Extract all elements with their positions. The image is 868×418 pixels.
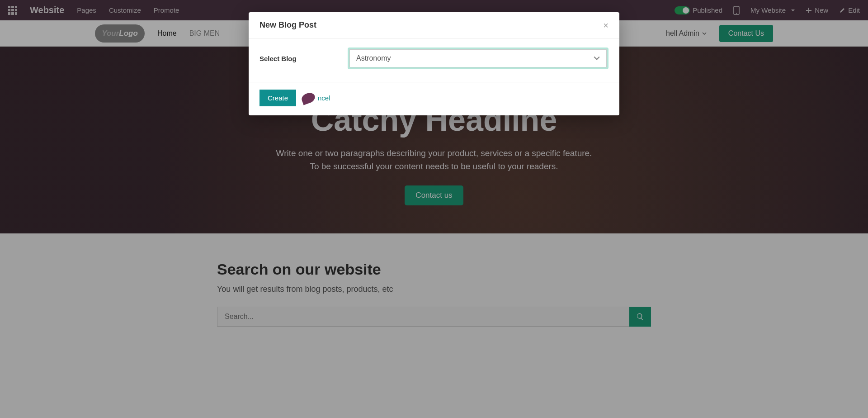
select-blog-label: Select Blog bbox=[259, 55, 348, 62]
cursor-icon bbox=[300, 91, 316, 105]
modal-title: New Blog Post bbox=[259, 20, 316, 30]
chevron-down-icon bbox=[594, 55, 600, 62]
create-button[interactable]: Create bbox=[259, 90, 296, 106]
select-blog-value: Astronomy bbox=[356, 54, 391, 62]
new-blog-post-modal: New Blog Post × Select Blog Astronomy Cr… bbox=[249, 12, 619, 115]
cancel-button[interactable]: ncel bbox=[318, 94, 330, 102]
modal-close-button[interactable]: × bbox=[603, 21, 609, 30]
select-blog-field[interactable]: Astronomy bbox=[348, 48, 609, 69]
